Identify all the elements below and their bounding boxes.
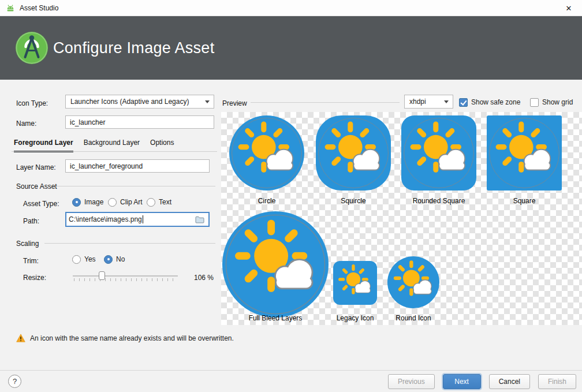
preview-square-icon [487,115,562,191]
icon-type-select[interactable]: Launcher Icons (Adaptive and Legacy) [65,95,214,109]
radio-label: Image [84,198,103,206]
resize-slider[interactable] [73,270,178,283]
close-icon: ✕ [566,4,572,13]
android-icon [6,3,15,13]
preview-label-squircle: Squircle [316,197,391,205]
asset-type-radio-text[interactable]: Text [147,197,171,207]
radio-label: Clip Art [120,198,143,206]
radio-icon [72,255,81,264]
trim-radio-yes[interactable]: Yes [72,254,96,264]
preview-squircle-icon [316,115,391,191]
resize-label: Resize: [23,272,46,283]
chevron-down-icon [205,100,210,103]
checkbox-label: Show safe zone [471,98,520,106]
scaling-section-label: Scaling [16,238,39,249]
tabs-separator [12,151,217,152]
radio-icon [108,198,117,207]
preview-legacy-icon [333,261,377,305]
asset-type-radio-clip-art[interactable]: Clip Art [108,197,143,207]
name-input[interactable]: ic_launcher [65,115,214,129]
chevron-down-icon [444,100,449,103]
source-asset-section-label: Source Asset [16,181,57,192]
cancel-button[interactable]: Cancel [489,374,530,389]
asset-type-radio-image[interactable]: Image [72,197,103,207]
scaling-separator [44,243,215,244]
preview-separator [251,102,400,103]
radio-icon [72,198,81,207]
layer-name-input[interactable]: ic_launcher_foreground [65,159,210,173]
text-caret [143,215,143,223]
checkbox-label: Show grid [542,98,573,106]
preview-circle-icon [229,115,304,191]
warning-text: An icon with the same name already exist… [30,334,234,342]
resize-value: 106 % [186,272,214,283]
density-select[interactable]: xhdpi [404,95,453,109]
asset-studio-window: Asset Studio ✕ Configure Image Asset Ico… [0,0,582,392]
layer-tabs: Foreground Layer Background Layer Option… [14,139,174,152]
finish-button[interactable]: Finish [538,374,576,389]
tab-background-layer[interactable]: Background Layer [84,139,140,152]
show-safe-zone-checkbox[interactable]: Show safe zone [459,97,520,107]
preview-full-bleed-icon [222,211,329,318]
radio-icon [147,198,155,207]
source-asset-separator [56,186,215,186]
tab-options[interactable]: Options [150,139,174,152]
browse-button[interactable] [193,214,206,225]
name-value: ic_launcher [70,118,105,126]
name-label: Name: [16,118,36,129]
radio-icon [104,255,113,264]
layer-name-label: Layer Name: [16,162,56,173]
preview-label-rounded-square: Rounded Square [401,197,476,205]
layer-name-value: ic_launcher_foreground [70,162,143,170]
tab-foreground-layer[interactable]: Foreground Layer [14,139,73,152]
path-value: C:\interface\images.png [69,215,142,223]
slider-thumb[interactable] [99,271,105,280]
trim-radio-no[interactable]: No [104,254,125,264]
next-button[interactable]: Next [443,374,481,389]
dialog-header: Configure Image Asset [0,16,582,80]
help-button[interactable]: ? [8,375,21,388]
radio-label: Yes [84,255,96,263]
previous-button[interactable]: Previous [388,374,435,389]
preview-label-circle: Circle [229,197,304,205]
android-studio-logo [15,31,48,65]
titlebar: Asset Studio ✕ [0,0,582,16]
preview-round-icon [387,256,439,308]
slider-track[interactable] [73,275,178,277]
icon-type-label: Icon Type: [16,98,48,109]
density-value: xhdpi [409,98,426,106]
window-title: Asset Studio [20,4,58,12]
preview-section-label: Preview [222,98,247,109]
footer-bar: ? Previous Next Cancel Finish [0,370,582,392]
asset-type-label: Asset Type: [23,199,59,209]
close-button[interactable]: ✕ [555,0,582,16]
preview-rounded-square-icon [401,115,476,191]
footer-buttons: Previous Next Cancel Finish [388,374,576,389]
radio-label: No [116,255,125,263]
trim-label: Trim: [23,256,39,266]
preview-canvas: Circle Squircle Rounded Square Square Fu… [221,112,582,325]
preview-label-square: Square [487,197,562,205]
show-grid-checkbox[interactable]: Show grid [530,97,573,107]
dialog-title: Configure Image Asset [53,39,214,57]
slider-ticks [74,278,178,281]
path-label: Path: [23,216,39,226]
radio-label: Text [159,198,171,206]
folder-icon [195,216,204,223]
checkbox-icon [459,98,468,107]
preview-label-round: Round Icon [376,314,451,322]
preview-label-full-bleed: Full Bleed Layers [222,314,329,322]
warning-icon [16,334,25,342]
path-input[interactable]: C:\interface\images.png [65,212,210,227]
icon-type-value: Launcher Icons (Adaptive and Legacy) [70,98,189,106]
checkbox-icon [530,98,539,107]
warning-row: An icon with the same name already exist… [16,334,234,342]
